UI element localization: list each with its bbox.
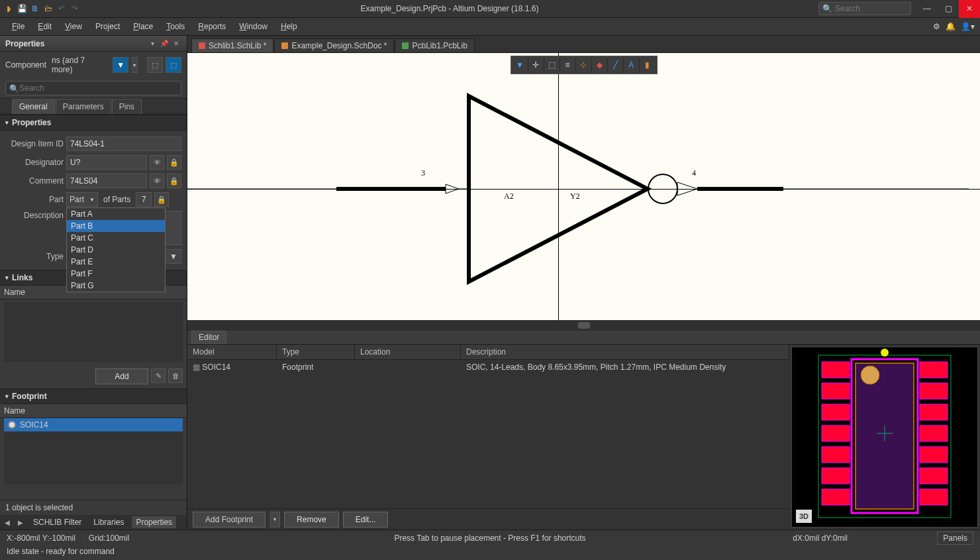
comment-visible[interactable]: 👁 <box>150 174 164 188</box>
panel-menu-icon[interactable]: ▾ <box>147 38 158 49</box>
menu-project[interactable]: Project <box>89 19 126 34</box>
editor-bar: Editor <box>187 331 980 344</box>
prop-search-input[interactable] <box>5 81 181 95</box>
add-footprint-dropdown[interactable]: ▾ <box>270 512 280 528</box>
col-model[interactable]: Model <box>187 345 277 359</box>
save-icon[interactable]: 💾 <box>16 3 28 15</box>
menu-reports[interactable]: Reports <box>191 19 232 34</box>
global-search[interactable]: 🔍 <box>818 2 911 15</box>
comment-lock[interactable]: 🔒 <box>167 174 181 188</box>
footprint-preview[interactable]: 3D <box>791 347 978 528</box>
navtab-libraries[interactable]: Libraries <box>89 516 128 528</box>
tool-filter[interactable]: ▼ <box>513 58 528 72</box>
doc-tab-pcblib[interactable]: PcbLib1.PcbLib <box>395 38 474 52</box>
close-button[interactable]: ✕ <box>959 0 980 18</box>
doc-icon <box>199 42 205 49</box>
tool-align[interactable]: ≡ <box>560 58 576 72</box>
remove-button[interactable]: Remove <box>284 512 339 528</box>
links-add-button[interactable]: Add <box>95 368 148 384</box>
menu-tools[interactable]: Tools <box>160 19 191 34</box>
save-all-icon[interactable]: 🗎 <box>29 3 41 15</box>
chevron-down-icon: ▼ <box>89 197 95 203</box>
user-icon[interactable]: 👤▾ <box>961 22 975 31</box>
tab-parameters[interactable]: Parameters <box>56 99 111 114</box>
panels-button[interactable]: Panels <box>937 532 973 545</box>
part-option[interactable]: Part D <box>67 244 165 256</box>
svg-rect-19 <box>822 489 850 505</box>
menu-edit[interactable]: Edit <box>31 19 58 34</box>
tool-line[interactable]: ╱ <box>608 58 624 72</box>
col-description[interactable]: Description <box>461 345 789 359</box>
navtab-schlib-filter[interactable]: SCHLIB Filter <box>29 516 85 528</box>
nav-left[interactable]: ◀ <box>3 518 12 527</box>
filter-dropdown[interactable]: ▾ <box>131 57 138 73</box>
gear-icon[interactable]: ⚙ <box>933 22 940 31</box>
edit-button[interactable]: Edit... <box>343 512 389 528</box>
tool-component[interactable]: ▮ <box>640 58 656 72</box>
part-option[interactable]: Part G <box>67 280 165 292</box>
part-option[interactable]: Part F <box>67 268 165 280</box>
menu-window[interactable]: Window <box>232 19 274 34</box>
svg-rect-15 <box>822 404 850 420</box>
of-parts-value[interactable]: 7 <box>136 192 152 207</box>
h-scrollbar[interactable] <box>187 320 980 331</box>
part-lock[interactable]: 🔒 <box>154 192 169 207</box>
undo-icon[interactable]: ↶ <box>56 3 68 15</box>
designator-lock[interactable]: 🔒 <box>167 155 181 170</box>
select-mode-1[interactable]: ⬚ <box>147 57 163 73</box>
3d-toggle-button[interactable]: 3D <box>796 510 812 523</box>
input-comment[interactable]: 74LS04 <box>66 174 147 188</box>
links-delete-button[interactable]: 🗑 <box>168 368 183 383</box>
schematic-canvas[interactable]: ▼ ✛ ⬚ ≡ ⊹ ◆ ╱ A ▮ 3 <box>187 53 980 320</box>
model-row[interactable]: ▦ SOIC14 Footprint SOIC, 14-Leads, Body … <box>187 360 789 374</box>
doc-tab-schdoc[interactable]: Example_Design.SchDoc * <box>274 38 394 52</box>
open-icon[interactable]: 🗁 <box>42 3 54 15</box>
panel-close-icon[interactable]: ✕ <box>171 38 181 49</box>
section-properties[interactable]: Properties <box>0 115 187 131</box>
tool-snap[interactable]: ⊹ <box>576 58 592 72</box>
part-option[interactable]: Part B <box>67 220 165 232</box>
editor-tab[interactable]: Editor <box>191 331 226 344</box>
titlebar: ◗ 💾 🗎 🗁 ↶ ↷ Example_Design.PrjPcb - Alti… <box>0 0 980 18</box>
scrollbar-thumb[interactable] <box>578 322 590 329</box>
tool-layer[interactable]: ◆ <box>592 58 608 72</box>
filter-button[interactable]: ▼ <box>113 57 128 73</box>
maximize-button[interactable]: ▢ <box>938 0 959 18</box>
nav-right[interactable]: ▶ <box>16 518 25 527</box>
menu-file[interactable]: File <box>5 19 31 34</box>
select-mode-2[interactable]: ⬚ <box>166 57 181 73</box>
input-design-item-id[interactable]: 74LS04-1 <box>66 137 181 151</box>
part-option[interactable]: Part C <box>67 232 165 244</box>
tool-select[interactable]: ⬚ <box>544 58 560 72</box>
part-dropdown[interactable]: Part ▼ Part A Part B Part C Part D Part … <box>66 192 98 207</box>
tool-move[interactable]: ✛ <box>528 58 544 72</box>
menu-place[interactable]: Place <box>126 19 160 34</box>
designator-visible[interactable]: 👁 <box>150 155 164 170</box>
menu-view[interactable]: View <box>58 19 89 34</box>
document-tabs: Schlib1.SchLib * Example_Design.SchDoc *… <box>187 36 980 53</box>
doc-tab-schlib[interactable]: Schlib1.SchLib * <box>191 38 273 52</box>
tool-text[interactable]: A <box>624 58 640 72</box>
col-type[interactable]: Type <box>277 345 355 359</box>
label-design-item-id: Design Item ID <box>5 139 64 148</box>
input-designator[interactable]: U? <box>66 155 147 170</box>
tab-pins[interactable]: Pins <box>112 99 142 114</box>
part-option[interactable]: Part E <box>67 256 165 268</box>
part-option[interactable]: Part A <box>67 208 165 220</box>
col-location[interactable]: Location <box>355 345 461 359</box>
menu-help[interactable]: Help <box>274 19 304 34</box>
minimize-button[interactable]: — <box>916 0 938 18</box>
tab-general[interactable]: General <box>12 99 55 114</box>
section-footprint[interactable]: Footprint <box>0 388 187 404</box>
links-edit-button[interactable]: ✎ <box>151 368 166 383</box>
status-dxy: dX:0mil dY:0mil <box>793 533 848 543</box>
properties-panel: Properties ▾ 📌 ✕ Component ns (and 7 mor… <box>0 36 187 530</box>
footprint-item[interactable]: SOIC14 <box>4 418 183 431</box>
search-input[interactable] <box>835 4 907 13</box>
redo-icon[interactable]: ↷ <box>69 3 81 15</box>
panel-pin-icon[interactable]: 📌 <box>159 38 170 49</box>
navtab-properties[interactable]: Properties <box>132 516 176 528</box>
add-footprint-button[interactable]: Add Footprint <box>193 512 266 528</box>
bell-icon[interactable]: 🔔 <box>946 22 956 31</box>
radio-icon[interactable] <box>8 421 16 429</box>
